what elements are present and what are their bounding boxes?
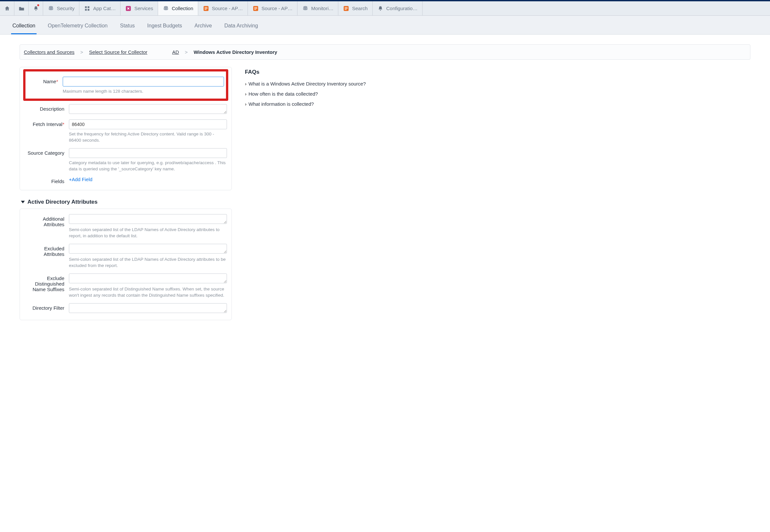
tab-folder[interactable] (14, 1, 29, 15)
grid-icon (84, 5, 90, 12)
svg-rect-15 (254, 8, 257, 9)
sub-nav: CollectionOpenTelemetry CollectionStatus… (0, 16, 770, 35)
description-input[interactable] (69, 104, 227, 114)
source-category-input[interactable] (69, 148, 227, 158)
faq-item[interactable]: How often is the data collected? (245, 89, 750, 99)
fetch-interval-label: Fetch Interval* (24, 119, 64, 127)
ad-attributes-panel: Additional Attributes Semi-colon separat… (20, 209, 232, 320)
svg-rect-14 (254, 7, 257, 8)
svg-rect-10 (204, 7, 207, 8)
add-field-button[interactable]: +Add Field (69, 177, 92, 182)
db-gray-icon (302, 5, 308, 12)
faq-item[interactable]: What information is collected? (245, 99, 750, 109)
tab-label: Source - AP… (261, 6, 292, 11)
doc-orange-icon (343, 5, 349, 12)
additional-attributes-helper: Semi-colon separated list of the LDAP Na… (69, 227, 227, 239)
tab-label: Search (352, 6, 368, 11)
additional-attributes-label: Additional Attributes (24, 214, 64, 227)
breadcrumb-link-ad[interactable]: AD (172, 49, 179, 55)
faq-panel: FAQs What is a Windows Active Directory … (245, 67, 750, 320)
ad-attributes-title: Active Directory Attributes (27, 199, 98, 205)
name-label: Name* (32, 77, 58, 84)
db-gray-icon (48, 5, 54, 12)
sub-nav-archive[interactable]: Archive (193, 20, 213, 34)
db-gray-icon (163, 5, 169, 12)
source-category-helper: Category metadata to use later for query… (69, 160, 227, 172)
tab-security[interactable]: Security (43, 1, 79, 15)
name-helper: Maximum name length is 128 characters. (63, 88, 224, 95)
breadcrumb-current: Windows Active Directory Inventory (194, 49, 277, 55)
svg-rect-2 (85, 6, 87, 8)
excluded-attributes-label: Excluded Attributes (24, 244, 64, 257)
ad-attributes-toggle[interactable]: Active Directory Attributes (21, 199, 232, 205)
svg-rect-5 (88, 9, 89, 10)
sub-nav-collection[interactable]: Collection (11, 20, 37, 34)
tab-search[interactable]: Search (338, 1, 372, 15)
breadcrumb-sep: > (80, 49, 83, 55)
tab-label: Source - AP… (212, 6, 243, 11)
tab-source-ap[interactable]: Source - AP… (248, 1, 297, 15)
breadcrumb-link-collectors[interactable]: Collectors and Sources (24, 49, 74, 55)
bell-gray-icon (377, 5, 384, 12)
sub-nav-ingest-budgets[interactable]: Ingest Budgets (146, 20, 183, 34)
directory-filter-input[interactable] (69, 303, 227, 313)
sub-nav-status[interactable]: Status (118, 20, 136, 34)
svg-rect-3 (88, 6, 89, 8)
name-highlight: Name* Maximum name length is 128 charact… (23, 69, 228, 101)
dn-suffixes-helper: Semi-colon separated list of Distinguish… (69, 286, 227, 299)
tab-label: App Cat… (93, 6, 116, 11)
dn-suffixes-input[interactable] (69, 274, 227, 283)
tab-services[interactable]: Services (120, 1, 158, 15)
svg-rect-11 (204, 8, 207, 9)
tab-app-cat[interactable]: App Cat… (79, 1, 120, 15)
tab-configuratio[interactable]: Configuratio… (372, 1, 423, 15)
top-tab-bar: SecurityApp Cat…ServicesCollectionSource… (0, 0, 770, 16)
fetch-interval-input[interactable] (69, 119, 227, 129)
tab-label: Monitori… (311, 6, 333, 11)
svg-rect-16 (254, 9, 256, 10)
svg-rect-21 (345, 8, 348, 9)
dn-suffixes-label: Exclude Distinguished Name Suffixes (24, 274, 64, 292)
additional-attributes-input[interactable] (69, 214, 227, 224)
breadcrumb-link-select-source[interactable]: Select Source for Collector (89, 49, 147, 55)
doc-orange-icon (252, 5, 259, 12)
tab-home[interactable] (0, 1, 14, 15)
directory-filter-label: Directory Filter (24, 303, 64, 311)
svg-rect-20 (345, 7, 348, 8)
source-category-label: Source Category (24, 148, 64, 156)
tab-bell-dot[interactable] (29, 1, 43, 15)
name-input[interactable] (63, 77, 224, 86)
excluded-attributes-input[interactable] (69, 244, 227, 254)
svg-point-18 (303, 8, 307, 10)
tab-label: Collection (172, 6, 193, 11)
faq-title: FAQs (245, 69, 750, 75)
tab-monitori[interactable]: Monitori… (297, 1, 338, 15)
doc-orange-icon (203, 5, 209, 12)
svg-rect-22 (345, 9, 347, 10)
tab-source-ap[interactable]: Source - AP… (198, 1, 248, 15)
excluded-attributes-helper: Semi-colon separated list of the LDAP Na… (69, 257, 227, 269)
folder-icon (18, 5, 25, 12)
sub-nav-opentelemetry-collection[interactable]: OpenTelemetry Collection (46, 20, 109, 34)
tab-collection[interactable]: Collection (158, 1, 198, 15)
sub-nav-data-archiving[interactable]: Data Archiving (223, 20, 259, 34)
breadcrumb-sep: > (185, 49, 188, 55)
chevron-down-icon (21, 201, 25, 203)
svg-point-8 (164, 8, 168, 10)
notification-dot (37, 4, 39, 6)
tab-label: Configuratio… (386, 6, 418, 11)
faq-item[interactable]: What is a Windows Active Directory Inven… (245, 79, 750, 89)
fields-label: Fields (24, 177, 64, 184)
home-icon (4, 5, 10, 12)
svg-rect-12 (204, 9, 206, 10)
svg-rect-4 (85, 9, 87, 10)
source-config-panel: Name* Maximum name length is 128 charact… (20, 67, 232, 190)
services-icon (125, 5, 132, 12)
breadcrumb: Collectors and Sources > Select Source f… (20, 44, 750, 60)
fetch-interval-helper: Set the frequency for fetching Active Di… (69, 131, 227, 144)
svg-point-1 (49, 8, 53, 10)
description-label: Description (24, 104, 64, 112)
tab-label: Security (57, 6, 74, 11)
tab-label: Services (134, 6, 153, 11)
